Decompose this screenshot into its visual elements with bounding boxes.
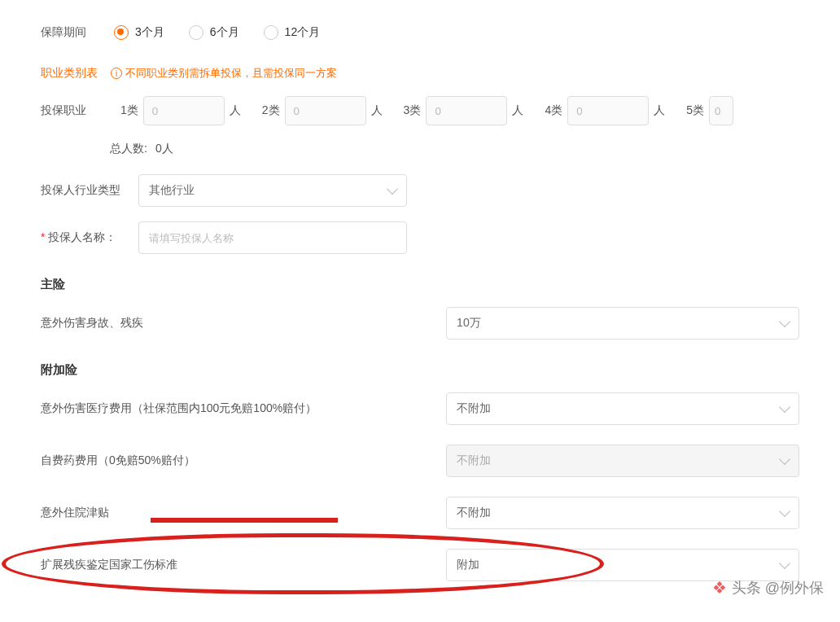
addon-item-label-2: 意外住院津贴 <box>41 506 446 520</box>
watermark: ❖ 头条 @例外保 <box>712 578 824 598</box>
total-people-label: 总人数: <box>110 142 147 156</box>
addon-item-select-1: 不附加 <box>446 445 799 477</box>
occupation-row-label: 投保职业 <box>41 103 114 118</box>
occ-input-4[interactable] <box>567 96 649 125</box>
radio-icon <box>264 25 278 40</box>
radio-icon <box>189 25 203 40</box>
occ-category-3: 3类 <box>404 103 422 118</box>
unit-label: 人 <box>371 103 383 118</box>
addon-item-select-3[interactable]: 附加 <box>446 549 799 581</box>
addon-item-value-0: 不附加 <box>457 401 491 416</box>
addon-item-value-1: 不附加 <box>457 453 491 468</box>
info-icon: i <box>111 68 122 79</box>
industry-label: 投保人行业类型 <box>41 183 138 198</box>
occupation-tip-text: 不同职业类别需拆单投保，且需投保同一方案 <box>125 66 337 81</box>
occupation-table-link[interactable]: 职业类别表 <box>41 66 98 81</box>
required-mark: * <box>41 230 45 243</box>
main-ins-item-value: 10万 <box>457 316 481 331</box>
chevron-down-icon <box>779 453 790 465</box>
occ-category-5: 5类 <box>686 103 704 118</box>
addon-item-value-3: 附加 <box>457 558 479 572</box>
unit-label: 人 <box>654 103 665 118</box>
period-option-12m[interactable]: 12个月 <box>264 25 321 40</box>
occ-category-1: 1类 <box>120 103 138 118</box>
occupation-tip: i 不同职业类别需拆单投保，且需投保同一方案 <box>111 66 337 81</box>
chevron-down-icon <box>779 506 790 517</box>
period-option-6m[interactable]: 6个月 <box>189 25 239 40</box>
radio-icon <box>114 25 129 40</box>
period-radio-group: 3个月 6个月 12个月 <box>114 25 320 40</box>
unit-label: 人 <box>512 103 523 118</box>
main-insurance-title: 主险 <box>41 277 799 292</box>
toutiao-icon: ❖ <box>712 578 727 598</box>
period-option-label: 12个月 <box>285 25 321 40</box>
chevron-down-icon <box>779 558 790 569</box>
chevron-down-icon <box>779 316 790 327</box>
period-option-label: 6个月 <box>210 25 239 40</box>
chevron-down-icon <box>387 183 398 195</box>
watermark-text: 头条 @例外保 <box>732 578 824 598</box>
addon-item-select-2[interactable]: 不附加 <box>446 497 799 529</box>
applicant-name-label: *投保人名称： <box>41 230 138 245</box>
occ-input-5[interactable] <box>709 96 733 125</box>
chevron-down-icon <box>779 401 790 413</box>
industry-select[interactable]: 其他行业 <box>138 174 407 207</box>
unit-label: 人 <box>230 103 241 118</box>
period-label: 保障期间 <box>41 25 114 40</box>
addon-insurance-title: 附加险 <box>41 362 799 378</box>
period-option-label: 3个月 <box>135 25 164 40</box>
addon-item-select-0[interactable]: 不附加 <box>446 392 799 425</box>
addon-item-label-1: 自费药费用（0免赔50%赔付） <box>41 453 446 468</box>
total-people-value: 0人 <box>155 142 173 156</box>
addon-item-label-0: 意外伤害医疗费用（社保范围内100元免赔100%赔付） <box>41 401 446 416</box>
occ-input-2[interactable] <box>285 96 366 125</box>
addon-item-label-3: 扩展残疾鉴定国家工伤标准 <box>41 558 446 572</box>
main-ins-item-select[interactable]: 10万 <box>446 307 799 339</box>
applicant-name-input[interactable] <box>138 221 407 254</box>
occ-input-1[interactable] <box>143 96 225 125</box>
addon-item-value-2: 不附加 <box>457 506 491 520</box>
period-option-3m[interactable]: 3个月 <box>114 25 164 40</box>
occ-input-3[interactable] <box>426 96 507 125</box>
industry-selected-value: 其他行业 <box>149 183 195 198</box>
occ-category-4: 4类 <box>545 103 562 118</box>
occ-category-2: 2类 <box>262 103 280 118</box>
main-ins-item-label: 意外伤害身故、残疾 <box>41 316 446 331</box>
